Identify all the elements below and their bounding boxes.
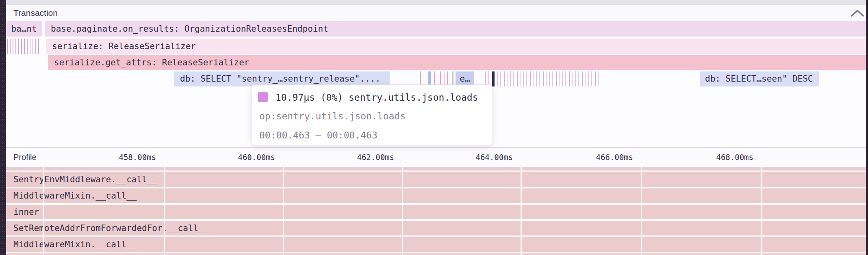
time-gridline <box>283 167 284 255</box>
frame-row[interactable]: inner <box>6 205 866 219</box>
time-tick-label: 466.00ms <box>596 148 633 167</box>
span-color-swatch <box>258 92 268 102</box>
time-tick-label: 468.00ms <box>716 148 753 167</box>
time-gridline <box>761 167 762 255</box>
time-gridline <box>521 167 522 255</box>
frame-row-partial-top[interactable] <box>6 167 866 171</box>
time-gridline <box>402 167 403 255</box>
trace-viewer: Transaction ba…nt base.paginate.on_resul… <box>0 0 868 255</box>
left-edge-strip <box>0 0 6 255</box>
profile-ruler: Profile 458.00ms 460.00ms 462.00ms 464.0… <box>6 148 866 167</box>
time-gridline <box>164 167 165 255</box>
time-gridline <box>641 167 642 255</box>
tooltip-title: 10.97µs (0%) sentry.utils.json.loads <box>276 92 478 103</box>
span-serialize[interactable]: serialize: ReleaseSerializer <box>46 39 866 54</box>
time-tick-label: 458.00ms <box>119 148 156 167</box>
time-tick-label: 464.00ms <box>475 148 513 167</box>
frame-row[interactable]: MiddlewareMixin.__call__ <box>6 188 866 203</box>
profile-panel-title: Profile <box>13 148 37 167</box>
time-tick-label: 462.00ms <box>357 148 394 167</box>
frame-row[interactable]: SentryEnvMiddleware.__call__ <box>6 172 866 187</box>
time-tick-label: 460.00ms <box>238 148 275 167</box>
span-hatched-region <box>7 39 41 54</box>
frame-row[interactable]: MiddlewareMixin.__call__ <box>6 237 866 252</box>
span-base-paginate[interactable]: base.paginate.on_results: OrganizationRe… <box>45 21 866 37</box>
chevron-up-icon[interactable] <box>851 9 864 17</box>
span-stripe-cluster <box>497 71 599 86</box>
tooltip-time-range: 00:00.463 — 00:00.463 <box>259 130 378 140</box>
span-truncated-parent[interactable]: ba…nt <box>6 21 42 37</box>
transaction-panel-header: Transaction <box>6 5 866 21</box>
tooltip-op: op:sentry.utils.json.loads <box>259 111 406 121</box>
time-gridline <box>43 167 44 255</box>
right-edge-strip <box>866 0 868 255</box>
span-tick-selected <box>492 71 495 86</box>
span-serialize-get-attrs[interactable]: serialize.get_attrs: ReleaseSerializer <box>48 55 866 70</box>
frame-row-partial-bottom[interactable] <box>6 253 866 255</box>
frame-row[interactable]: SetRemoteAddrFromForwardedFor.__call__ <box>6 221 866 236</box>
top-window-strip <box>6 0 866 5</box>
span-db-select-seen[interactable]: db: SELECT…seen" DESC <box>700 71 819 86</box>
span-tooltip: 10.97µs (0%) sentry.utils.json.loads op:… <box>251 84 493 145</box>
transaction-panel-title: Transaction <box>13 5 58 21</box>
